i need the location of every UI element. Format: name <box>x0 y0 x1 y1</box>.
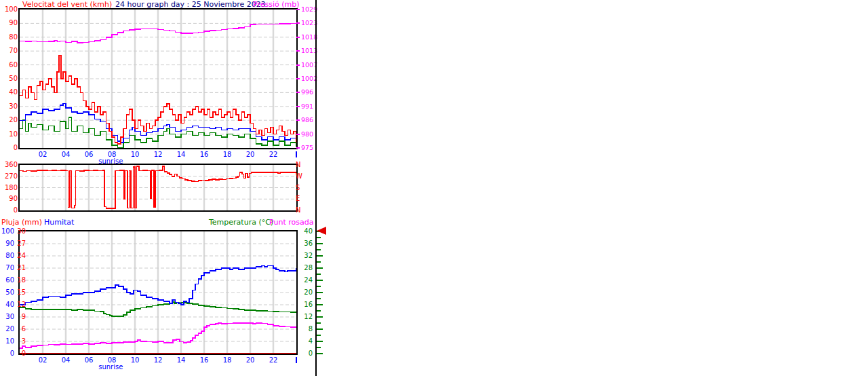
pressure-tick: 991 <box>301 102 320 111</box>
wind-speed-tick: 30 <box>0 102 18 111</box>
wind-speed-tick: 50 <box>0 75 18 83</box>
hour-tick: 04 <box>56 356 75 364</box>
humidity-tick: 100 <box>0 227 14 236</box>
hour-tick: 16 <box>195 356 214 364</box>
temperature-legend-label: Temperatura (°C) <box>209 218 273 227</box>
temperature-tick-mark <box>317 267 323 269</box>
humidity-tick: 20 <box>0 325 14 333</box>
humidity-tick: 30 <box>0 313 14 321</box>
wind-speed-pressure-chart <box>18 8 298 149</box>
temperature-minor-tick <box>317 274 321 275</box>
temperature-tick: 28 <box>300 264 313 272</box>
axis-end-tick <box>296 151 297 157</box>
temperature-tick-mark <box>317 316 323 318</box>
wind-speed-tick: 40 <box>0 88 18 96</box>
temperature-minor-tick <box>317 347 321 348</box>
pressure-tick-mark <box>296 106 300 107</box>
temperature-minor-tick <box>317 322 321 324</box>
temperature-tick-mark <box>317 280 323 281</box>
pressure-tick: 1007 <box>301 61 320 69</box>
wind-speed-tick: 20 <box>0 116 18 124</box>
humidity-tick: 80 <box>0 252 14 260</box>
wind-speed-tick: 100 <box>0 5 18 14</box>
pressure-tick-mark <box>296 92 300 93</box>
temperature-tick: 0 <box>300 350 313 358</box>
temperature-indicator-arrow <box>317 227 326 235</box>
temperature-tick-mark <box>317 255 323 257</box>
direction-degree-tick: 270 <box>2 172 18 181</box>
direction-cardinal-tick: W <box>296 172 304 181</box>
temperature-tick-mark <box>317 292 323 293</box>
temperature-tick-mark <box>317 353 323 354</box>
rain-tick: 30 <box>14 227 26 236</box>
temperature-tick-mark <box>317 341 323 342</box>
pressure-tick-mark <box>296 134 300 135</box>
wind-speed-tick: 0 <box>0 144 18 152</box>
rain-tick: 15 <box>14 288 26 297</box>
rain-tick: 3 <box>14 337 26 345</box>
rain-tick: 18 <box>14 276 26 284</box>
temperature-minor-tick <box>317 237 321 238</box>
humidity-tick: 0 <box>0 350 14 358</box>
temperature-tick: 12 <box>300 313 313 321</box>
temperature-tick: 32 <box>300 252 313 260</box>
humidity-tick: 10 <box>0 337 14 345</box>
hour-tick: 18 <box>218 356 237 364</box>
temperature-tick: 40 <box>300 227 313 236</box>
hour-tick: 04 <box>56 151 75 159</box>
temperature-tick: 4 <box>300 337 313 345</box>
pressure-tick-mark <box>296 37 300 38</box>
rain-humidity-temperature-chart <box>18 230 298 355</box>
pressure-tick: 986 <box>301 116 320 124</box>
temperature-minor-tick <box>317 310 321 312</box>
rain-tick: 24 <box>14 252 26 260</box>
rain-tick: 6 <box>14 325 26 333</box>
temperature-tick-mark <box>317 328 323 330</box>
pressure-tick: 996 <box>301 88 320 96</box>
humidity-legend-label: Humitat <box>44 218 74 227</box>
direction-cardinal-tick: N <box>296 161 304 169</box>
direction-degree-tick: 180 <box>2 184 18 192</box>
wind-speed-tick: 70 <box>0 47 18 55</box>
temperature-tick: 24 <box>300 276 313 284</box>
hour-tick: 22 <box>264 151 283 159</box>
direction-cardinal-tick: S <box>296 184 304 192</box>
hour-tick: 20 <box>241 151 260 159</box>
rain-legend-label: Pluja (mm) <box>1 218 42 227</box>
temperature-tick: 20 <box>300 288 313 297</box>
dewpoint-legend-label: Punt rosada <box>269 218 313 227</box>
humidity-tick: 90 <box>0 240 14 248</box>
direction-degree-tick: 90 <box>2 195 18 203</box>
right-separator-line <box>315 0 317 376</box>
pressure-tick: 1013 <box>301 47 320 55</box>
pressure-tick: 1023 <box>301 19 320 27</box>
temperature-minor-tick <box>317 286 321 287</box>
wind-direction-chart <box>18 164 298 212</box>
temperature-tick: 8 <box>300 325 313 333</box>
weather-station-graph-page: Velocitat del vent (kmh) 24 hour graph d… <box>0 0 868 376</box>
pressure-tick: 1002 <box>301 75 320 83</box>
rain-tick: 0 <box>14 350 26 358</box>
hour-tick: 02 <box>33 151 52 159</box>
temperature-tick-mark <box>317 304 323 305</box>
wind-speed-tick: 60 <box>0 61 18 69</box>
hour-tick: 18 <box>218 151 237 159</box>
hour-tick: 12 <box>149 356 167 364</box>
humidity-tick: 60 <box>0 276 14 284</box>
direction-degree-tick: 0 <box>2 206 18 214</box>
direction-cardinal-tick: N <box>296 206 304 214</box>
pressure-tick-mark <box>296 64 300 66</box>
rain-tick: 12 <box>14 301 26 309</box>
humidity-tick: 40 <box>0 301 14 309</box>
temperature-minor-tick <box>317 335 321 336</box>
sunrise-annotation: sunrise <box>90 157 131 166</box>
pressure-tick-mark <box>296 9 300 10</box>
rain-tick: 9 <box>14 313 26 321</box>
axis-end-tick <box>296 357 297 363</box>
hour-tick: 14 <box>172 151 191 159</box>
pressure-tick: 980 <box>301 130 320 138</box>
pressure-tick-mark <box>296 22 300 24</box>
hour-tick: 20 <box>241 356 260 364</box>
hour-tick: 16 <box>195 151 214 159</box>
temperature-minor-tick <box>317 298 321 299</box>
